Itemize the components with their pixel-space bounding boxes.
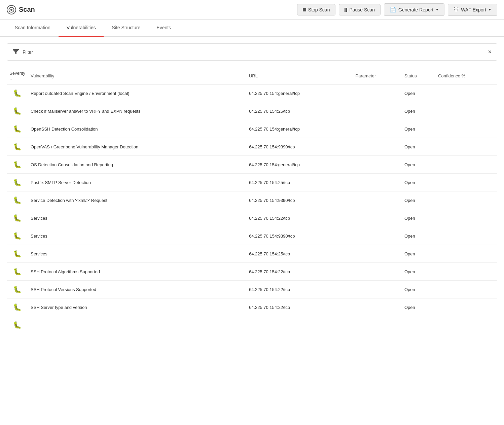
vulnerability-cell: Services	[28, 209, 246, 227]
vulnerability-cell: SSH Protocol Versions Supported	[28, 281, 246, 298]
tab-scan-information[interactable]: Scan Information	[7, 20, 59, 37]
severity-icon: 🐛	[13, 161, 22, 169]
url-cell: 64.225.70.154:22/tcp	[246, 281, 353, 298]
table-row[interactable]: 🐛Service Detection with '<xml/>' Request…	[7, 191, 497, 209]
severity-icon: 🐛	[13, 214, 22, 222]
confidence-cell	[435, 84, 497, 102]
table-row[interactable]: 🐛Services64.225.70.154:22/tcpOpen	[7, 209, 497, 227]
severity-cell: 🐛	[7, 245, 28, 263]
waf-export-button[interactable]: 🛡 WAF Export ▼	[448, 4, 497, 16]
stop-scan-button[interactable]: Stop Scan	[297, 4, 336, 15]
waf-icon: 🛡	[454, 7, 459, 13]
tab-bar: Scan Information Vulnerabilities Site St…	[0, 20, 504, 37]
waf-export-label: WAF Export	[461, 7, 486, 12]
app-title: Scan	[19, 6, 35, 13]
severity-cell: 🐛	[7, 138, 28, 156]
url-cell: 64.225.70.154:22/tcp	[246, 209, 353, 227]
tab-vulnerabilities[interactable]: Vulnerabilities	[59, 20, 104, 37]
table-row[interactable]: 🐛SSH Protocol Algorithms Supported64.225…	[7, 263, 497, 281]
table-row[interactable]: 🐛Check if Mailserver answer to VRFY and …	[7, 102, 497, 120]
severity-cell: 🐛	[7, 209, 28, 227]
parameter-cell	[353, 156, 402, 174]
table-row[interactable]: 🐛SSH Protocol Versions Supported64.225.7…	[7, 281, 497, 298]
tab-events[interactable]: Events	[148, 20, 179, 37]
generate-report-label: Generate Report	[398, 7, 433, 12]
vulnerability-cell: SSH Protocol Algorithms Supported	[28, 263, 246, 281]
table-row[interactable]: 🐛	[7, 316, 497, 334]
severity-sort-icon: ↓	[10, 76, 12, 80]
url-cell: 64.225.70.154:25/tcp	[246, 174, 353, 191]
vulnerability-cell: Services	[28, 227, 246, 245]
url-cell: 64.225.70.154:25/tcp	[246, 102, 353, 120]
status-cell	[402, 316, 435, 334]
table-body: 🐛Report outdated Scan Engine / Environme…	[7, 84, 497, 334]
parameter-cell	[353, 84, 402, 102]
confidence-cell	[435, 316, 497, 334]
url-cell: 64.225.70.154:9390/tcp	[246, 138, 353, 156]
confidence-cell	[435, 263, 497, 281]
pause-scan-button[interactable]: Pause Scan	[339, 4, 381, 15]
confidence-cell	[435, 102, 497, 120]
table-row[interactable]: 🐛Postfix SMTP Server Detection64.225.70.…	[7, 174, 497, 191]
parameter-cell	[353, 281, 402, 298]
parameter-cell	[353, 263, 402, 281]
tab-site-structure[interactable]: Site Structure	[104, 20, 148, 37]
filter-close-button[interactable]: ×	[488, 48, 492, 56]
col-status: Status	[402, 67, 435, 84]
confidence-cell	[435, 227, 497, 245]
col-url: URL	[246, 67, 353, 84]
status-cell: Open	[402, 174, 435, 191]
severity-cell: 🐛	[7, 191, 28, 209]
parameter-cell	[353, 227, 402, 245]
status-cell: Open	[402, 263, 435, 281]
col-vulnerability: Vulnerability	[28, 67, 246, 84]
severity-icon: 🐛	[13, 268, 22, 276]
col-parameter: Parameter	[353, 67, 402, 84]
stop-icon	[303, 8, 306, 11]
severity-cell: 🐛	[7, 316, 28, 334]
severity-icon: 🐛	[13, 321, 22, 329]
parameter-cell	[353, 316, 402, 334]
status-cell: Open	[402, 102, 435, 120]
status-cell: Open	[402, 298, 435, 316]
severity-cell: 🐛	[7, 227, 28, 245]
pause-icon	[345, 8, 347, 12]
severity-icon: 🐛	[13, 250, 22, 258]
col-severity[interactable]: Severity ↓	[7, 67, 28, 84]
header: Scan Stop Scan Pause Scan 📄 Generate Rep…	[0, 0, 504, 20]
table-row[interactable]: 🐛SSH Server type and version64.225.70.15…	[7, 298, 497, 316]
severity-cell: 🐛	[7, 102, 28, 120]
severity-cell: 🐛	[7, 174, 28, 191]
table-row[interactable]: 🐛OpenVAS / Greenbone Vulnerability Manag…	[7, 138, 497, 156]
table-row[interactable]: 🐛OpenSSH Detection Consolidation64.225.7…	[7, 120, 497, 138]
col-confidence: Confidence %	[435, 67, 497, 84]
stop-scan-label: Stop Scan	[308, 7, 330, 12]
confidence-cell	[435, 245, 497, 263]
generate-report-button[interactable]: 📄 Generate Report ▼	[384, 3, 444, 16]
filter-left: Filter	[12, 48, 33, 56]
url-cell: 64.225.70.154:9390/tcp	[246, 227, 353, 245]
app-logo: Scan	[7, 5, 297, 14]
severity-cell: 🐛	[7, 120, 28, 138]
table-row[interactable]: 🐛Services64.225.70.154:25/tcpOpen	[7, 245, 497, 263]
parameter-cell	[353, 245, 402, 263]
header-actions: Stop Scan Pause Scan 📄 Generate Report ▼…	[297, 3, 497, 16]
url-cell: 64.225.70.154:general/tcp	[246, 120, 353, 138]
vulnerability-cell: Service Detection with '<xml/>' Request	[28, 191, 246, 209]
severity-cell: 🐛	[7, 298, 28, 316]
table-row[interactable]: 🐛OS Detection Consolidation and Reportin…	[7, 156, 497, 174]
table-row[interactable]: 🐛Services64.225.70.154:9390/tcpOpen	[7, 227, 497, 245]
severity-cell: 🐛	[7, 84, 28, 102]
confidence-cell	[435, 156, 497, 174]
parameter-cell	[353, 138, 402, 156]
vulnerability-cell: Report outdated Scan Engine / Environmen…	[28, 84, 246, 102]
url-cell	[246, 316, 353, 334]
table-row[interactable]: 🐛Report outdated Scan Engine / Environme…	[7, 84, 497, 102]
vulnerability-cell: Services	[28, 245, 246, 263]
vulnerability-cell	[28, 316, 246, 334]
confidence-cell	[435, 174, 497, 191]
status-cell: Open	[402, 209, 435, 227]
pause-scan-label: Pause Scan	[349, 7, 375, 12]
severity-cell: 🐛	[7, 263, 28, 281]
confidence-cell	[435, 138, 497, 156]
